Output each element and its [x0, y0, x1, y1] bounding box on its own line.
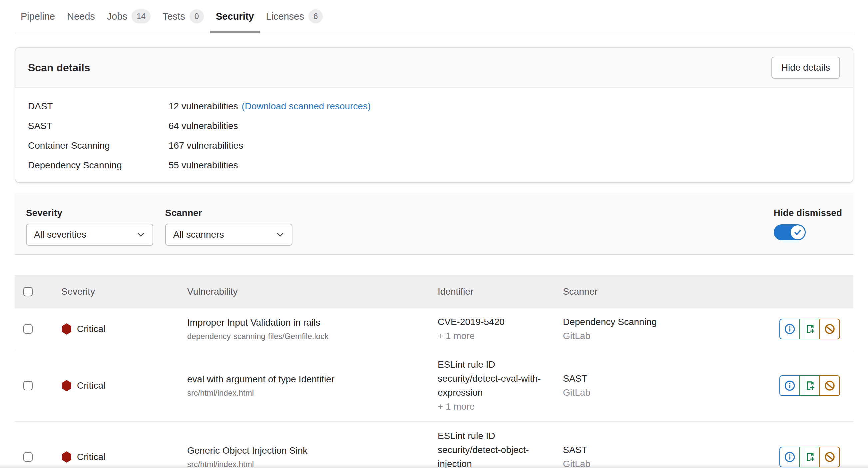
hide-dismissed-toggle[interactable]	[774, 224, 806, 240]
tab-label: Needs	[67, 11, 95, 22]
scanner-vendor: GitLab	[563, 457, 706, 468]
tab-pipeline[interactable]: Pipeline	[14, 0, 61, 33]
tab-tests[interactable]: Tests 0	[157, 0, 210, 33]
create-issue-button[interactable]	[799, 447, 820, 467]
information-icon	[784, 451, 796, 463]
scan-name: Dependency Scanning	[28, 158, 168, 172]
dismiss-vulnerability-button[interactable]	[819, 319, 840, 339]
information-icon	[784, 323, 796, 335]
vulnerability-filter-bar: Severity All severities Scanner All scan…	[14, 193, 854, 255]
hide-dismissed-group: Hide dismissed	[774, 207, 842, 240]
scanner-filter-value: All scanners	[173, 229, 224, 240]
pipeline-tab-bar: Pipeline Needs Jobs 14 Tests 0 Security …	[14, 0, 854, 33]
identifier-more-link[interactable]: + 1 more	[438, 329, 558, 343]
tab-label: Tests	[162, 11, 185, 22]
column-header-vulnerability: Vulnerability	[187, 286, 238, 297]
tab-label: Licenses	[266, 11, 304, 22]
row-action-group	[779, 375, 840, 396]
row-checkbox[interactable]	[23, 381, 33, 390]
vulnerability-title-link[interactable]: eval with argument of type Identifier	[187, 372, 428, 386]
more-info-button[interactable]	[779, 447, 800, 467]
select-all-checkbox[interactable]	[23, 287, 33, 296]
tab-label: Security	[216, 11, 254, 22]
information-icon	[784, 380, 796, 391]
severity-critical-icon	[61, 451, 72, 463]
tab-label: Jobs	[107, 11, 127, 22]
more-info-button[interactable]	[779, 319, 800, 339]
hide-details-button[interactable]: Hide details	[771, 57, 840, 79]
column-header-scanner: Scanner	[563, 286, 597, 297]
vulnerability-location: dependency-scanning-files/Gemfile.lock	[187, 330, 428, 342]
scan-row-sast: SAST 64 vulnerabilities	[28, 119, 840, 133]
pipeline-security-page: Pipeline Needs Jobs 14 Tests 0 Security …	[0, 0, 868, 468]
scan-details-title: Scan details	[28, 62, 90, 74]
dismiss-icon	[824, 323, 835, 335]
dismiss-vulnerability-button[interactable]	[819, 447, 840, 467]
jobs-count-badge: 14	[131, 9, 151, 23]
table-row: Critical Improper Input Validation in ra…	[14, 308, 854, 350]
table-row: Critical Generic Object Injection Sink s…	[14, 422, 854, 468]
scan-details-card: Scan details Hide details DAST 12 vulner…	[14, 47, 854, 183]
scan-value: 12 vulnerabilities (Download scanned res…	[168, 99, 371, 113]
scan-row-dependency-scanning: Dependency Scanning 55 vulnerabilities	[28, 158, 840, 172]
table-header-row: Severity Vulnerability Identifier Scanne…	[14, 275, 854, 308]
scan-count: 12 vulnerabilities	[168, 99, 238, 113]
scanner-name: SAST	[563, 443, 706, 457]
scan-details-header: Scan details Hide details	[15, 48, 853, 88]
scanner-filter-label: Scanner	[165, 207, 292, 219]
identifier-more-link[interactable]: + 1 more	[438, 400, 558, 414]
identifier-primary: ESLint rule ID security/detect-eval-with…	[438, 358, 558, 400]
table-row: Critical eval with argument of type Iden…	[14, 350, 854, 422]
severity-filter-label: Severity	[26, 207, 153, 219]
vulnerability-title-link[interactable]: Improper Input Validation in rails	[187, 316, 428, 330]
tab-security[interactable]: Security	[210, 0, 260, 33]
chevron-down-icon	[276, 230, 284, 239]
scanner-name: Dependency Scanning	[563, 315, 706, 329]
severity-filter-dropdown[interactable]: All severities	[26, 224, 153, 246]
vulnerability-title-link[interactable]: Generic Object Injection Sink	[187, 444, 428, 458]
tab-licenses[interactable]: Licenses 6	[260, 0, 329, 33]
severity-label: Critical	[77, 324, 105, 334]
row-action-group	[779, 447, 840, 467]
scan-row-dast: DAST 12 vulnerabilities (Download scanne…	[28, 99, 840, 113]
vulnerability-location: src/html/index.html	[187, 458, 428, 468]
scan-details-body: DAST 12 vulnerabilities (Download scanne…	[15, 88, 853, 182]
vulnerability-report-table: Severity Vulnerability Identifier Scanne…	[14, 275, 854, 468]
dismiss-icon	[824, 451, 835, 463]
tests-count-badge: 0	[189, 9, 204, 23]
checkmark-icon	[793, 228, 802, 237]
dismiss-vulnerability-button[interactable]	[819, 375, 840, 396]
hide-dismissed-label: Hide dismissed	[774, 207, 842, 219]
toggle-knob	[791, 225, 805, 239]
identifier-primary: ESLint rule ID security/detect-object-in…	[438, 429, 558, 468]
severity-filter-value: All severities	[34, 229, 86, 240]
identifier-primary: CVE-2019-5420	[438, 315, 558, 329]
row-checkbox[interactable]	[23, 324, 33, 334]
more-info-button[interactable]	[779, 375, 800, 396]
scan-name: SAST	[28, 119, 168, 133]
column-header-identifier: Identifier	[438, 286, 473, 297]
scanner-name: SAST	[563, 372, 706, 386]
row-checkbox[interactable]	[23, 452, 33, 462]
create-issue-button[interactable]	[799, 375, 820, 396]
severity-filter-group: Severity All severities	[26, 207, 153, 246]
tab-needs[interactable]: Needs	[61, 0, 101, 33]
create-issue-icon	[804, 380, 815, 391]
row-action-group	[779, 319, 840, 339]
scanner-vendor: GitLab	[563, 329, 706, 343]
dismiss-icon	[824, 380, 835, 391]
scanner-filter-dropdown[interactable]: All scanners	[165, 224, 292, 246]
scanner-filter-group: Scanner All scanners	[165, 207, 292, 246]
create-issue-icon	[804, 323, 815, 335]
scan-count: 55 vulnerabilities	[168, 158, 238, 172]
scan-name: Container Scanning	[28, 139, 168, 153]
download-scanned-resources-link[interactable]: (Download scanned resources)	[242, 99, 371, 113]
create-issue-icon	[804, 451, 815, 463]
vulnerability-location: src/html/index.html	[187, 387, 428, 399]
scan-row-container-scanning: Container Scanning 167 vulnerabilities	[28, 139, 840, 153]
severity-critical-icon	[61, 323, 72, 335]
scan-count: 167 vulnerabilities	[168, 139, 243, 153]
create-issue-button[interactable]	[799, 319, 820, 339]
tab-jobs[interactable]: Jobs 14	[101, 0, 157, 33]
chevron-down-icon	[136, 230, 145, 239]
